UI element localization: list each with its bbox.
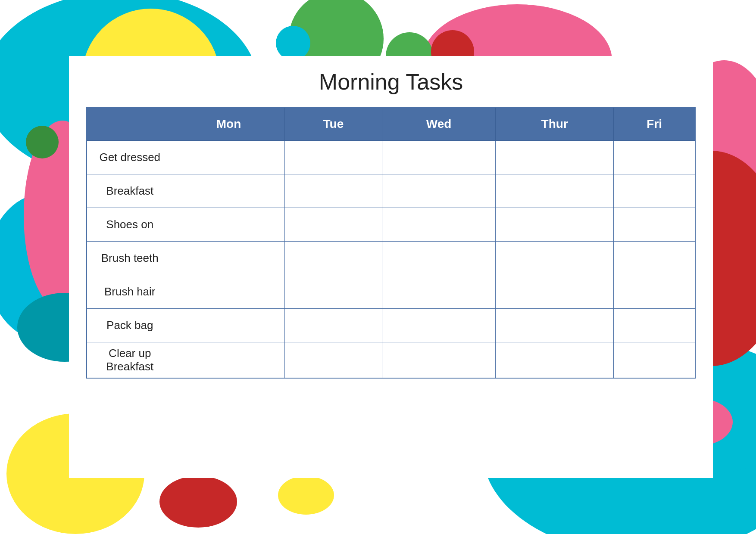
task-day-cell[interactable]	[495, 275, 614, 309]
task-day-cell[interactable]	[382, 342, 496, 379]
table-row: Pack bag	[87, 309, 695, 342]
task-day-cell[interactable]	[284, 141, 382, 174]
task-day-cell[interactable]	[173, 174, 284, 208]
task-label: Clear up Breakfast	[87, 342, 173, 379]
task-day-cell[interactable]	[173, 342, 284, 379]
task-day-cell[interactable]	[495, 309, 614, 342]
table-row: Breakfast	[87, 174, 695, 208]
svg-point-22	[276, 26, 310, 60]
col-header-mon: Mon	[173, 107, 284, 141]
table-header-row: Mon Tue Wed Thur Fri	[87, 107, 695, 141]
task-day-cell[interactable]	[614, 342, 695, 379]
task-day-cell[interactable]	[495, 242, 614, 275]
task-day-cell[interactable]	[382, 208, 496, 242]
table-row: Clear up Breakfast	[87, 342, 695, 379]
task-day-cell[interactable]	[614, 309, 695, 342]
col-header-tue: Tue	[284, 107, 382, 141]
task-day-cell[interactable]	[382, 174, 496, 208]
table-row: Get dressed	[87, 141, 695, 174]
task-label: Brush teeth	[87, 242, 173, 275]
task-day-cell[interactable]	[614, 242, 695, 275]
col-header-thur: Thur	[495, 107, 614, 141]
task-label: Get dressed	[87, 141, 173, 174]
task-day-cell[interactable]	[382, 141, 496, 174]
task-day-cell[interactable]	[173, 208, 284, 242]
task-day-cell[interactable]	[382, 242, 496, 275]
task-day-cell[interactable]	[284, 174, 382, 208]
task-day-cell[interactable]	[284, 309, 382, 342]
task-day-cell[interactable]	[614, 208, 695, 242]
main-card: Morning Tasks Mon Tue Wed Thur Fri Get d…	[69, 56, 713, 478]
task-day-cell[interactable]	[173, 309, 284, 342]
task-day-cell[interactable]	[614, 275, 695, 309]
task-day-cell[interactable]	[173, 141, 284, 174]
task-day-cell[interactable]	[495, 208, 614, 242]
task-label: Breakfast	[87, 174, 173, 208]
task-day-cell[interactable]	[495, 141, 614, 174]
task-day-cell[interactable]	[382, 275, 496, 309]
task-day-cell[interactable]	[382, 309, 496, 342]
task-day-cell[interactable]	[614, 141, 695, 174]
table-row: Brush hair	[87, 275, 695, 309]
task-day-cell[interactable]	[173, 242, 284, 275]
svg-point-7	[278, 476, 334, 515]
svg-point-20	[159, 476, 237, 528]
task-day-cell[interactable]	[284, 342, 382, 379]
task-day-cell[interactable]	[495, 342, 614, 379]
col-header-wed: Wed	[382, 107, 496, 141]
table-row: Brush teeth	[87, 242, 695, 275]
col-header-fri: Fri	[614, 107, 695, 141]
page-title: Morning Tasks	[86, 69, 696, 95]
task-day-cell[interactable]	[173, 275, 284, 309]
task-label: Shoes on	[87, 208, 173, 242]
table-row: Shoes on	[87, 208, 695, 242]
svg-point-15	[26, 126, 59, 158]
task-day-cell[interactable]	[284, 242, 382, 275]
task-day-cell[interactable]	[495, 174, 614, 208]
task-day-cell[interactable]	[284, 275, 382, 309]
task-day-cell[interactable]	[284, 208, 382, 242]
task-day-cell[interactable]	[614, 174, 695, 208]
task-label: Pack bag	[87, 309, 173, 342]
col-header-task	[87, 107, 173, 141]
tasks-table: Mon Tue Wed Thur Fri Get dressedBreakfas…	[86, 107, 696, 379]
task-label: Brush hair	[87, 275, 173, 309]
